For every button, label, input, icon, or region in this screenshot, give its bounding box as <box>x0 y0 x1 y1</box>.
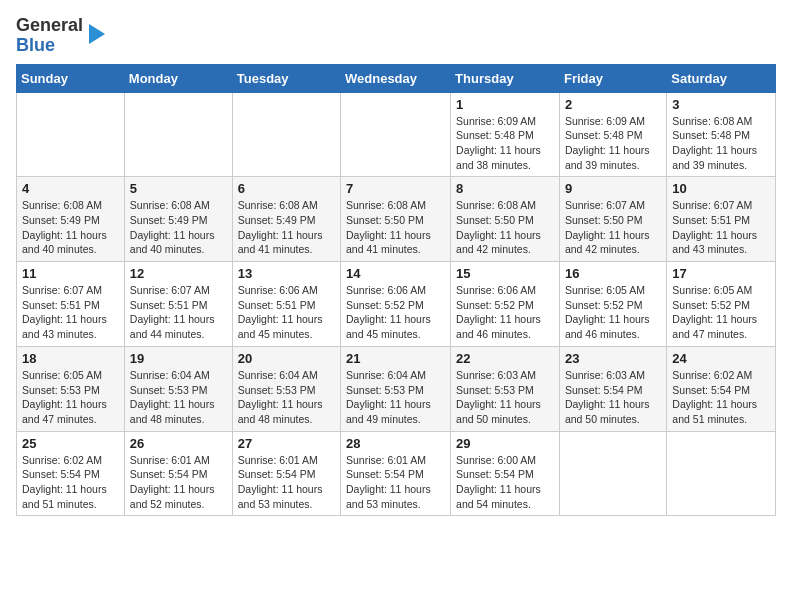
calendar-cell: 24Sunrise: 6:02 AM Sunset: 5:54 PM Dayli… <box>667 346 776 431</box>
day-number: 1 <box>456 97 554 112</box>
day-number: 23 <box>565 351 661 366</box>
day-info: Sunrise: 6:02 AM Sunset: 5:54 PM Dayligh… <box>22 453 119 512</box>
day-info: Sunrise: 6:00 AM Sunset: 5:54 PM Dayligh… <box>456 453 554 512</box>
day-info: Sunrise: 6:03 AM Sunset: 5:53 PM Dayligh… <box>456 368 554 427</box>
day-number: 12 <box>130 266 227 281</box>
calendar-cell: 3Sunrise: 6:08 AM Sunset: 5:48 PM Daylig… <box>667 92 776 177</box>
logo-arrow-icon <box>89 24 105 44</box>
day-number: 7 <box>346 181 445 196</box>
calendar-cell: 8Sunrise: 6:08 AM Sunset: 5:50 PM Daylig… <box>451 177 560 262</box>
calendar-cell: 27Sunrise: 6:01 AM Sunset: 5:54 PM Dayli… <box>232 431 340 516</box>
day-info: Sunrise: 6:01 AM Sunset: 5:54 PM Dayligh… <box>346 453 445 512</box>
day-info: Sunrise: 6:06 AM Sunset: 5:51 PM Dayligh… <box>238 283 335 342</box>
day-number: 11 <box>22 266 119 281</box>
day-info: Sunrise: 6:09 AM Sunset: 5:48 PM Dayligh… <box>456 114 554 173</box>
day-number: 26 <box>130 436 227 451</box>
calendar-cell: 19Sunrise: 6:04 AM Sunset: 5:53 PM Dayli… <box>124 346 232 431</box>
day-info: Sunrise: 6:02 AM Sunset: 5:54 PM Dayligh… <box>672 368 770 427</box>
calendar-cell <box>559 431 666 516</box>
calendar-cell: 6Sunrise: 6:08 AM Sunset: 5:49 PM Daylig… <box>232 177 340 262</box>
calendar-cell: 14Sunrise: 6:06 AM Sunset: 5:52 PM Dayli… <box>341 262 451 347</box>
calendar-cell <box>232 92 340 177</box>
day-number: 16 <box>565 266 661 281</box>
calendar-cell: 23Sunrise: 6:03 AM Sunset: 5:54 PM Dayli… <box>559 346 666 431</box>
day-info: Sunrise: 6:04 AM Sunset: 5:53 PM Dayligh… <box>130 368 227 427</box>
day-info: Sunrise: 6:07 AM Sunset: 5:51 PM Dayligh… <box>672 198 770 257</box>
calendar-cell: 4Sunrise: 6:08 AM Sunset: 5:49 PM Daylig… <box>17 177 125 262</box>
day-number: 3 <box>672 97 770 112</box>
day-number: 28 <box>346 436 445 451</box>
calendar-cell: 9Sunrise: 6:07 AM Sunset: 5:50 PM Daylig… <box>559 177 666 262</box>
day-info: Sunrise: 6:08 AM Sunset: 5:50 PM Dayligh… <box>346 198 445 257</box>
day-number: 22 <box>456 351 554 366</box>
day-info: Sunrise: 6:05 AM Sunset: 5:53 PM Dayligh… <box>22 368 119 427</box>
day-number: 27 <box>238 436 335 451</box>
day-info: Sunrise: 6:04 AM Sunset: 5:53 PM Dayligh… <box>238 368 335 427</box>
day-number: 19 <box>130 351 227 366</box>
day-info: Sunrise: 6:07 AM Sunset: 5:51 PM Dayligh… <box>22 283 119 342</box>
day-info: Sunrise: 6:08 AM Sunset: 5:50 PM Dayligh… <box>456 198 554 257</box>
header: General Blue <box>16 16 776 56</box>
calendar-cell <box>124 92 232 177</box>
day-info: Sunrise: 6:01 AM Sunset: 5:54 PM Dayligh… <box>238 453 335 512</box>
calendar-cell: 13Sunrise: 6:06 AM Sunset: 5:51 PM Dayli… <box>232 262 340 347</box>
day-info: Sunrise: 6:05 AM Sunset: 5:52 PM Dayligh… <box>672 283 770 342</box>
calendar-cell: 11Sunrise: 6:07 AM Sunset: 5:51 PM Dayli… <box>17 262 125 347</box>
day-info: Sunrise: 6:06 AM Sunset: 5:52 PM Dayligh… <box>346 283 445 342</box>
day-info: Sunrise: 6:05 AM Sunset: 5:52 PM Dayligh… <box>565 283 661 342</box>
day-info: Sunrise: 6:08 AM Sunset: 5:48 PM Dayligh… <box>672 114 770 173</box>
day-number: 4 <box>22 181 119 196</box>
calendar-cell: 2Sunrise: 6:09 AM Sunset: 5:48 PM Daylig… <box>559 92 666 177</box>
day-number: 17 <box>672 266 770 281</box>
calendar-cell: 28Sunrise: 6:01 AM Sunset: 5:54 PM Dayli… <box>341 431 451 516</box>
day-number: 9 <box>565 181 661 196</box>
day-info: Sunrise: 6:07 AM Sunset: 5:50 PM Dayligh… <box>565 198 661 257</box>
day-info: Sunrise: 6:09 AM Sunset: 5:48 PM Dayligh… <box>565 114 661 173</box>
calendar-cell: 1Sunrise: 6:09 AM Sunset: 5:48 PM Daylig… <box>451 92 560 177</box>
day-number: 18 <box>22 351 119 366</box>
col-header-thursday: Thursday <box>451 64 560 92</box>
day-info: Sunrise: 6:08 AM Sunset: 5:49 PM Dayligh… <box>238 198 335 257</box>
day-number: 10 <box>672 181 770 196</box>
calendar-cell: 16Sunrise: 6:05 AM Sunset: 5:52 PM Dayli… <box>559 262 666 347</box>
day-number: 2 <box>565 97 661 112</box>
day-number: 21 <box>346 351 445 366</box>
calendar-cell: 25Sunrise: 6:02 AM Sunset: 5:54 PM Dayli… <box>17 431 125 516</box>
day-number: 25 <box>22 436 119 451</box>
logo: General Blue <box>16 16 105 56</box>
day-info: Sunrise: 6:07 AM Sunset: 5:51 PM Dayligh… <box>130 283 227 342</box>
calendar-cell: 7Sunrise: 6:08 AM Sunset: 5:50 PM Daylig… <box>341 177 451 262</box>
calendar-cell: 29Sunrise: 6:00 AM Sunset: 5:54 PM Dayli… <box>451 431 560 516</box>
day-number: 6 <box>238 181 335 196</box>
day-number: 20 <box>238 351 335 366</box>
day-number: 14 <box>346 266 445 281</box>
day-number: 13 <box>238 266 335 281</box>
calendar-cell: 5Sunrise: 6:08 AM Sunset: 5:49 PM Daylig… <box>124 177 232 262</box>
calendar-cell <box>17 92 125 177</box>
calendar-cell: 20Sunrise: 6:04 AM Sunset: 5:53 PM Dayli… <box>232 346 340 431</box>
day-number: 24 <box>672 351 770 366</box>
col-header-friday: Friday <box>559 64 666 92</box>
calendar-cell: 12Sunrise: 6:07 AM Sunset: 5:51 PM Dayli… <box>124 262 232 347</box>
day-number: 29 <box>456 436 554 451</box>
logo-general: General <box>16 15 83 35</box>
day-number: 15 <box>456 266 554 281</box>
day-info: Sunrise: 6:04 AM Sunset: 5:53 PM Dayligh… <box>346 368 445 427</box>
day-info: Sunrise: 6:01 AM Sunset: 5:54 PM Dayligh… <box>130 453 227 512</box>
col-header-wednesday: Wednesday <box>341 64 451 92</box>
day-number: 5 <box>130 181 227 196</box>
day-info: Sunrise: 6:06 AM Sunset: 5:52 PM Dayligh… <box>456 283 554 342</box>
logo-blue: Blue <box>16 35 55 55</box>
day-info: Sunrise: 6:03 AM Sunset: 5:54 PM Dayligh… <box>565 368 661 427</box>
col-header-sunday: Sunday <box>17 64 125 92</box>
calendar-cell: 18Sunrise: 6:05 AM Sunset: 5:53 PM Dayli… <box>17 346 125 431</box>
calendar-table: SundayMondayTuesdayWednesdayThursdayFrid… <box>16 64 776 517</box>
col-header-tuesday: Tuesday <box>232 64 340 92</box>
calendar-cell <box>341 92 451 177</box>
calendar-cell: 21Sunrise: 6:04 AM Sunset: 5:53 PM Dayli… <box>341 346 451 431</box>
calendar-cell: 15Sunrise: 6:06 AM Sunset: 5:52 PM Dayli… <box>451 262 560 347</box>
col-header-monday: Monday <box>124 64 232 92</box>
calendar-cell <box>667 431 776 516</box>
calendar-cell: 10Sunrise: 6:07 AM Sunset: 5:51 PM Dayli… <box>667 177 776 262</box>
day-info: Sunrise: 6:08 AM Sunset: 5:49 PM Dayligh… <box>130 198 227 257</box>
